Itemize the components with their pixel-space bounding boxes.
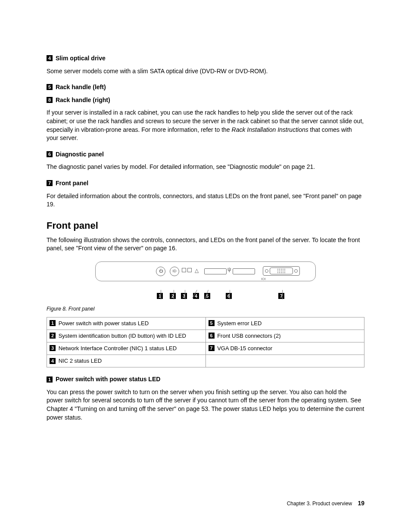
title-rack-left: Rack handle (left) [56,84,106,90]
tcell-1-num: 1 [50,320,56,326]
heading-power-switch: 1 Power switch with power status LED [47,375,364,384]
id-button-icon: ID [170,267,179,276]
heading-diagnostic: 6 Diagnostic panel [47,150,364,159]
tcell-2-text: System identification button (ID button)… [59,333,186,339]
fig-callout-7: 7 [278,293,284,299]
tcell-6-text: Front USB connectors (2) [217,333,280,339]
table-row: 2 System identification button (ID butto… [47,330,364,342]
table-row: 1 Power switch with power status LED 5 S… [47,317,364,330]
vga-connector-icon [263,266,300,276]
title-slim-optical: Slim optical drive [56,55,106,62]
title-power-switch: Power switch with power status LED [56,376,160,383]
table-row: 4 NIC 2 status LED [47,355,364,367]
tcell-2-num: 2 [50,333,56,339]
heading-front-panel-item: 7 Front panel [47,179,364,188]
body-slim-optical: Some server models come with a slim SATA… [47,67,364,76]
title-rack-right: Rack handle (right) [56,96,110,103]
callout-4: 4 [47,55,53,61]
heading-rack-right: 8 Rack handle (right) [47,96,364,105]
usb-slot-2-icon [233,268,255,274]
fig-callout-1: 1 [157,293,163,299]
nic-leds-icon [182,268,192,272]
tcell-4-num: 4 [50,358,56,364]
footer-page-number: 19 [358,500,364,507]
tcell-7-num: 7 [209,345,215,351]
usb-symbol-icon: ψ [227,266,231,273]
tcell-7-text: VGA DB-15 connector [217,345,272,352]
callout-5: 5 [47,84,53,90]
tcell-4-text: NIC 2 status LED [59,358,102,364]
title-front-panel-item: Front panel [56,180,88,187]
warning-icon: △ [195,267,199,274]
front-panel-diagram: ⏻ ID △ ψ IOI [95,261,316,281]
tcell-5-num: 5 [209,320,215,326]
fig-callout-6: 6 [226,293,232,299]
tcell-3-num: 3 [50,345,56,351]
title-diagnostic: Diagnostic panel [56,151,104,158]
callout-1: 1 [47,376,53,383]
section-heading-front-panel: Front panel [47,219,364,233]
tcell-empty [206,355,364,367]
body-rack-handles: If your server is installed in a rack ca… [47,109,364,142]
heading-rack-left: 5 Rack handle (left) [47,83,364,92]
body-front-panel-item: For detailed information about the contr… [47,192,364,209]
table-row: 3 Network Interface Controller (NIC) 1 s… [47,342,364,355]
power-button-icon: ⏻ [156,267,165,276]
figure-caption: Figure 8. Front panel [47,305,364,313]
page-footer: Chapter 3. Product overview 19 [287,499,364,508]
figure-front-panel: ⏻ ID △ ψ IOI 1 2 3 4 [95,261,316,298]
callout-7: 7 [47,180,53,186]
callout-8: 8 [47,97,53,103]
page-container: 4 Slim optical drive Some server models … [0,0,411,532]
section-intro: The following illustration shows the con… [47,236,364,253]
body-diagnostic: The diagnostic panel varies by model. Fo… [47,163,364,171]
tcell-1-text: Power switch with power status LED [59,320,149,327]
body-power-switch: You can press the power switch to turn o… [47,388,364,422]
tcell-5-text: System error LED [217,320,262,327]
rack-doc-title: Rack Installation Instructions [232,126,308,133]
tcell-3-text: Network Interface Controller (NIC) 1 sta… [59,345,177,352]
figure-labels: 1 2 3 4 5 6 7 [95,283,316,298]
fig-callout-3: 3 [181,293,187,299]
legend-table: 1 Power switch with power status LED 5 S… [47,317,364,368]
vga-label-icon: IOI [261,277,266,281]
usb-slot-1-icon [204,268,227,274]
footer-chapter: Chapter 3. Product overview [287,501,352,507]
callout-6: 6 [47,151,53,157]
heading-slim-optical: 4 Slim optical drive [47,54,364,63]
tcell-6-num: 6 [209,333,215,339]
fig-callout-2: 2 [170,293,176,299]
